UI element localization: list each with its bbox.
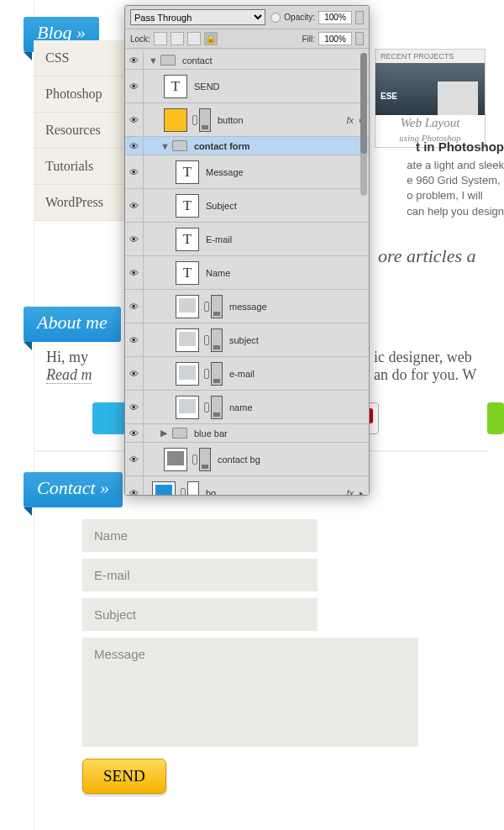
link-icon xyxy=(204,335,209,345)
text-layer-icon: T xyxy=(176,228,199,251)
link-icon xyxy=(204,369,209,379)
lock-all-icon[interactable]: 🔒 xyxy=(204,32,218,45)
blog-item-css[interactable]: CSS xyxy=(34,40,134,76)
more-articles-link[interactable]: ore articles a xyxy=(378,245,476,267)
visibility-icon[interactable]: 👁 xyxy=(125,476,144,495)
layer-text-subject[interactable]: 👁TSubject xyxy=(125,189,369,223)
fx-label[interactable]: fx xyxy=(346,115,354,125)
layer-group-contact[interactable]: 👁 ▼ contact xyxy=(125,51,369,70)
layer-text-message[interactable]: 👁TMessage xyxy=(125,155,369,189)
scrollbar-thumb[interactable] xyxy=(360,53,367,154)
opacity-stepper[interactable] xyxy=(355,11,364,24)
layer-shape-message[interactable]: 👁message xyxy=(125,290,369,323)
vector-mask-icon xyxy=(211,328,223,352)
vector-mask-icon xyxy=(199,108,211,132)
fx-expand-icon[interactable]: ▸ xyxy=(360,489,364,496)
folder-icon xyxy=(160,55,176,66)
layer-group-blue-bar[interactable]: 👁▶blue bar xyxy=(125,424,369,443)
layer-name: button xyxy=(218,115,244,125)
layer-name: Message xyxy=(206,167,244,177)
blog-item-resources[interactable]: Resources xyxy=(34,113,134,149)
shape-thumb xyxy=(164,108,187,132)
visibility-icon[interactable]: 👁 xyxy=(125,323,144,356)
visibility-icon[interactable]: 👁 xyxy=(125,256,144,289)
text-layer-icon: T xyxy=(164,75,187,98)
layers-list: 👁 ▼ contact 👁 T SEND 👁 button fx ▸ 👁 ▼ xyxy=(125,51,369,495)
visibility-icon[interactable]: 👁 xyxy=(125,137,144,155)
shape-thumb xyxy=(176,328,199,352)
shape-thumb xyxy=(152,481,176,496)
fill-stepper[interactable] xyxy=(355,32,364,45)
blend-mode-select[interactable]: Pass Through xyxy=(130,9,265,25)
blog-item-wordpress[interactable]: WordPress xyxy=(34,185,134,221)
photoshop-layers-panel: Pass Through Opacity: Lock: 🔒 Fill: 👁 ▼ … xyxy=(124,5,370,496)
shape-thumb xyxy=(164,448,187,471)
visibility-icon[interactable]: 👁 xyxy=(125,51,144,69)
layer-shape-subject[interactable]: 👁subject xyxy=(125,323,369,357)
panel-scrollbar[interactable] xyxy=(360,53,367,196)
opacity-input[interactable] xyxy=(318,11,352,24)
visibility-icon[interactable]: 👁 xyxy=(125,391,144,423)
blog-item-photoshop[interactable]: Photoshop xyxy=(34,76,134,113)
vector-mask-icon xyxy=(199,448,211,471)
visibility-icon[interactable]: 👁 xyxy=(125,357,144,390)
panel-top-row: Pass Through Opacity: xyxy=(125,6,369,29)
message-field[interactable]: Message xyxy=(82,638,418,747)
vector-mask-icon xyxy=(211,362,223,386)
visibility-icon[interactable]: 👁 xyxy=(125,155,144,188)
layer-text-email[interactable]: 👁TE-mail xyxy=(125,223,369,256)
link-icon xyxy=(204,302,209,312)
layer-contact-bg[interactable]: 👁contact bg xyxy=(125,443,369,476)
email-field[interactable]: E-mail xyxy=(82,559,318,591)
blog-category-list: CSS Photoshop Resources Tutorials WordPr… xyxy=(34,40,134,221)
fold-icon[interactable]: ▼ xyxy=(149,55,157,66)
layer-send[interactable]: 👁 T SEND xyxy=(125,70,369,103)
visibility-icon[interactable]: 👁 xyxy=(125,443,144,475)
folder-icon xyxy=(172,428,187,439)
lock-transparency-icon[interactable] xyxy=(154,32,167,45)
visibility-icon[interactable]: 👁 xyxy=(125,70,144,102)
lock-image-icon[interactable] xyxy=(171,32,184,45)
recent-project-card[interactable]: RECENT PROJECTS ESE Web Layoutusing Phot… xyxy=(375,49,486,148)
fill-input[interactable] xyxy=(318,32,352,45)
layer-shape-email[interactable]: 👁e-mail xyxy=(125,357,369,391)
article-title-fragment: t in Photoshop xyxy=(416,139,504,154)
social-green-icon[interactable] xyxy=(487,402,504,434)
layer-name: bg xyxy=(206,488,216,496)
fx-label[interactable]: fx xyxy=(346,488,354,496)
read-more-link[interactable]: Read m xyxy=(46,366,92,384)
link-icon xyxy=(181,488,186,496)
twitter-icon[interactable] xyxy=(92,402,128,434)
blog-item-tutorials[interactable]: Tutorials xyxy=(34,149,134,185)
visibility-icon[interactable]: 👁 xyxy=(125,189,144,222)
text-layer-icon: T xyxy=(176,160,199,184)
link-icon xyxy=(192,454,197,465)
contact-ribbon[interactable]: Contact » xyxy=(24,472,123,507)
layer-name: contact xyxy=(182,55,212,66)
about-ribbon[interactable]: About me xyxy=(24,307,121,342)
vector-mask-icon xyxy=(211,295,223,318)
visibility-icon[interactable]: 👁 xyxy=(125,103,144,136)
contact-form: Name E-mail Subject Message SEND xyxy=(82,519,418,794)
folder-icon xyxy=(172,140,187,151)
layer-button[interactable]: 👁 button fx ▸ xyxy=(125,103,369,137)
layer-group-contact-form[interactable]: 👁 ▼ contact form xyxy=(125,137,369,155)
layer-bg[interactable]: 👁bgfx▸ xyxy=(125,476,369,495)
layer-name: message xyxy=(229,302,267,312)
name-field[interactable]: Name xyxy=(82,519,318,552)
lock-position-icon[interactable] xyxy=(187,32,201,45)
visibility-icon[interactable]: 👁 xyxy=(125,290,144,323)
fold-icon[interactable]: ▼ xyxy=(160,141,169,151)
lock-label: Lock: xyxy=(130,34,150,44)
send-button[interactable]: SEND xyxy=(82,759,166,794)
layer-name: name xyxy=(229,402,253,412)
visibility-icon[interactable]: 👁 xyxy=(125,424,144,442)
panel-menu-icon[interactable] xyxy=(270,13,281,23)
visibility-icon[interactable]: 👁 xyxy=(125,223,144,255)
subject-field[interactable]: Subject xyxy=(82,598,318,631)
layer-name: Subject xyxy=(206,201,237,211)
layer-text-name[interactable]: 👁TName xyxy=(125,256,369,290)
link-icon xyxy=(192,115,197,125)
fold-icon[interactable]: ▶ xyxy=(160,428,169,439)
layer-shape-name[interactable]: 👁name xyxy=(125,391,369,424)
